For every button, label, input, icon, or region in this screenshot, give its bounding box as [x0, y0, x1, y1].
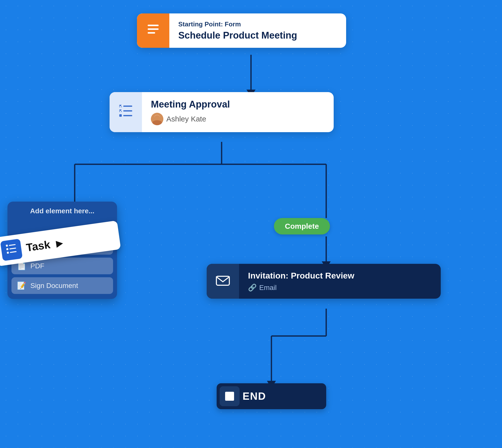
invite-content: Invitation: Product Review 🔗 Email — [239, 264, 363, 299]
avatar — [151, 113, 163, 125]
panel-header: Add element here... — [7, 202, 117, 221]
svg-point-23 — [154, 115, 160, 121]
dropdown-item-label: Sign Document — [30, 282, 78, 290]
svg-rect-28 — [6, 248, 8, 250]
svg-rect-26 — [6, 245, 8, 247]
task-icon-box — [0, 239, 23, 261]
end-label: END — [243, 390, 274, 402]
svg-rect-27 — [9, 244, 15, 246]
node-start[interactable]: Starting Point: Form Schedule Product Me… — [137, 13, 346, 48]
invite-icon-side — [207, 264, 239, 299]
svg-point-22 — [151, 113, 163, 125]
svg-rect-29 — [9, 248, 16, 249]
approval-title: Meeting Approval — [151, 99, 230, 110]
invite-subtitle: 🔗 Email — [248, 283, 354, 292]
cursor-icon: ▶ — [55, 237, 64, 249]
task-icon — [4, 242, 18, 258]
form-icon — [145, 21, 161, 40]
svg-rect-31 — [10, 251, 16, 253]
svg-rect-19 — [123, 110, 132, 112]
svg-point-24 — [153, 122, 162, 125]
node-end: END — [217, 383, 326, 409]
svg-rect-21 — [123, 115, 132, 116]
svg-rect-15 — [148, 32, 155, 34]
canvas: Starting Point: Form Schedule Product Me… — [0, 0, 502, 448]
end-icon-box — [220, 386, 240, 406]
email-icon — [215, 272, 231, 291]
approval-content: Meeting Approval Ashley Kate — [142, 92, 239, 132]
link-icon: 🔗 — [248, 283, 257, 292]
assignee-name: Ashley Kate — [166, 115, 206, 123]
start-label-small: Starting Point: Form — [178, 20, 297, 28]
invite-subtitle-text: Email — [259, 284, 277, 292]
complete-badge[interactable]: Complete — [274, 218, 330, 234]
approval-icon-side — [110, 92, 142, 132]
dropdown-item[interactable]: 📝 Sign Document — [11, 277, 113, 294]
task-label: Task — [25, 238, 51, 254]
svg-rect-17 — [123, 106, 132, 107]
stop-square — [225, 392, 234, 401]
svg-rect-30 — [7, 252, 9, 254]
invite-title: Invitation: Product Review — [248, 271, 354, 280]
svg-rect-13 — [148, 25, 159, 26]
checklist-icon — [118, 103, 134, 122]
start-text-box: Starting Point: Form Schedule Product Me… — [169, 13, 306, 48]
svg-rect-14 — [148, 28, 159, 30]
svg-rect-20 — [119, 114, 122, 117]
node-approval[interactable]: Meeting Approval Ashley Kate — [110, 92, 334, 132]
dropdown-item-label: PDF — [30, 262, 44, 270]
node-invite[interactable]: Invitation: Product Review 🔗 Email — [207, 264, 441, 299]
svg-rect-25 — [216, 276, 229, 285]
start-label-large: Schedule Product Meeting — [178, 30, 297, 41]
start-icon-box — [137, 13, 169, 48]
assignee: Ashley Kate — [151, 113, 230, 125]
dropdown-item-icon: 📝 — [16, 281, 26, 290]
